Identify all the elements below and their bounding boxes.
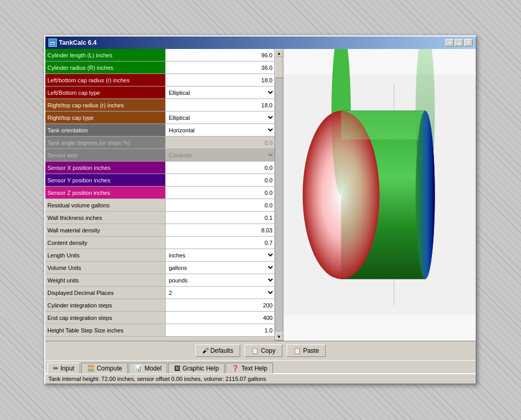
param-row-8: Sensor axisContentsXYZ [45, 149, 275, 162]
param-row-20: Cylinder integration steps [45, 299, 275, 312]
tab-model[interactable]: 📊Model [129, 363, 167, 374]
tab-input[interactable]: ✏Input [47, 363, 80, 374]
param-input-9[interactable] [165, 162, 275, 174]
title-buttons: ▾ ▴ ✕ [445, 39, 473, 46]
param-label-9: Sensor X position inches [45, 162, 165, 174]
param-row-19: Displayed Decimal Places0123456 [45, 287, 275, 299]
param-input-13[interactable] [165, 212, 275, 224]
param-label-3: Left/Bottom cap type [45, 87, 165, 98]
param-label-15: Content density [45, 237, 165, 249]
param-row-5: Right/top cap typeEllipticalHemispherica… [45, 112, 275, 124]
defaults-label: Defaults [210, 347, 233, 354]
param-input-21[interactable] [165, 312, 275, 324]
param-label-8: Sensor axis [45, 149, 165, 161]
tab-label-0: Input [60, 365, 75, 372]
tank-visualization [283, 49, 476, 341]
param-input-0[interactable] [165, 49, 275, 61]
param-select-17[interactable]: gallonsliterscubic feetcubic meters [165, 262, 275, 274]
param-input-1[interactable] [165, 61, 275, 73]
tab-label-2: Model [144, 365, 162, 372]
param-label-11: Sensor Z position inches [45, 187, 165, 199]
param-input-12[interactable] [165, 199, 275, 211]
scroll-thumb[interactable] [275, 57, 283, 78]
tab-text-help[interactable]: ❓Text Help [226, 363, 273, 374]
param-label-6: Tank orientation [45, 124, 165, 136]
param-select-18[interactable]: poundskilogramstons [165, 274, 275, 286]
tab-icon-4: ❓ [231, 365, 239, 372]
title-bar-left: 🗃 TankCalc 6.4 [48, 39, 96, 47]
param-row-6: Tank orientationHorizontalVertical [45, 124, 275, 137]
param-input-4[interactable] [165, 99, 275, 111]
param-label-10: Sensor Y position inches [45, 174, 165, 186]
param-row-7: Tank angle degrees (or slope %) [45, 137, 275, 149]
param-row-18: Weight unitspoundskilogramstons [45, 274, 275, 287]
param-input-2[interactable] [165, 74, 275, 86]
defaults-button[interactable]: 🖌 Defaults [195, 344, 240, 357]
status-bar: Tank internal height: 72.00 inches, sens… [45, 373, 476, 384]
scroll-down-button[interactable]: ▼ [275, 332, 283, 341]
tab-graphic-help[interactable]: 🖼Graphic Help [168, 363, 225, 374]
param-label-21: End cap integration steps [45, 312, 165, 324]
param-select-3[interactable]: EllipticalHemisphericalFlatConical [165, 87, 275, 98]
tab-icon-1: 🧮 [87, 365, 95, 372]
param-row-13: Wall thickness inches [45, 212, 275, 224]
app-icon: 🗃 [48, 39, 57, 47]
param-label-7: Tank angle degrees (or slope %) [45, 137, 165, 149]
param-row-0: Cylinder length (L) inches [45, 49, 275, 61]
tabs-row: ✏Input🧮Compute📊Model🖼Graphic Help❓Text H… [45, 360, 476, 373]
param-input-11[interactable] [165, 187, 275, 199]
param-label-16: Length Units [45, 249, 165, 261]
tab-icon-2: 📊 [134, 365, 142, 372]
param-input-10[interactable] [165, 174, 275, 186]
minimize-button[interactable]: ▾ [445, 39, 454, 46]
param-label-1: Cylinder radius (R) inches [45, 61, 165, 73]
param-row-16: Length Unitsinchesfeetmeterscm [45, 249, 275, 262]
tab-label-1: Compute [97, 365, 122, 372]
param-label-14: Wall material density [45, 224, 165, 236]
param-label-2: Left/bottom cap radius (r) inches [45, 74, 165, 86]
param-label-4: Right/top cap radius (r) inches [45, 99, 165, 111]
param-row-21: End cap integration steps [45, 312, 275, 324]
param-row-11: Sensor Z position inches [45, 187, 275, 199]
param-input-14[interactable] [165, 224, 275, 236]
tab-label-4: Text Help [241, 365, 267, 372]
param-input-7 [165, 137, 275, 149]
param-label-0: Cylinder length (L) inches [45, 49, 165, 61]
window-title: TankCalc 6.4 [59, 39, 96, 46]
tab-label-3: Graphic Help [182, 365, 219, 372]
param-select-16[interactable]: inchesfeetmeterscm [165, 249, 275, 261]
tab-icon-0: ✏ [53, 365, 58, 372]
status-text: Tank internal height: 72.00 inches, sens… [48, 376, 266, 382]
param-select-19[interactable]: 0123456 [165, 287, 275, 299]
paste-label: Paste [303, 347, 319, 354]
param-input-15[interactable] [165, 237, 275, 249]
close-button[interactable]: ✕ [464, 39, 473, 46]
tab-compute[interactable]: 🧮Compute [81, 363, 128, 374]
params-panel: Cylinder length (L) inchesCylinder radiu… [45, 49, 275, 341]
param-row-4: Right/top cap radius (r) inches [45, 99, 275, 112]
main-window: 🗃 TankCalc 6.4 ▾ ▴ ✕ Cylinder length (L)… [44, 35, 477, 385]
param-row-2: Left/bottom cap radius (r) inches [45, 74, 275, 87]
title-bar: 🗃 TankCalc 6.4 ▾ ▴ ✕ [45, 36, 476, 49]
param-row-17: Volume Unitsgallonsliterscubic feetcubic… [45, 262, 275, 274]
paste-button[interactable]: 📋 Paste [287, 344, 326, 357]
param-select-5[interactable]: EllipticalHemisphericalFlatConical [165, 112, 275, 123]
param-label-13: Wall thickness inches [45, 212, 165, 224]
param-select-6[interactable]: HorizontalVertical [165, 124, 275, 136]
maximize-button[interactable]: ▴ [455, 39, 463, 46]
param-row-12: Residual volume gallons [45, 199, 275, 212]
copy-button[interactable]: 📋 Copy [244, 344, 282, 357]
param-input-22[interactable] [165, 324, 275, 336]
param-input-20[interactable] [165, 299, 275, 311]
param-row-3: Left/Bottom cap typeEllipticalHemispheri… [45, 87, 275, 99]
param-label-12: Residual volume gallons [45, 199, 165, 211]
scrollbar[interactable]: ▲ ▼ [275, 49, 283, 341]
scroll-up-button[interactable]: ▲ [275, 49, 283, 57]
params-scroll[interactable]: Cylinder length (L) inchesCylinder radiu… [45, 49, 275, 341]
bottom-toolbar: 🖌 Defaults 📋 Copy 📋 Paste [45, 341, 476, 360]
scroll-track[interactable] [275, 57, 283, 332]
param-row-14: Wall material density [45, 224, 275, 237]
param-row-10: Sensor Y position inches [45, 174, 275, 187]
param-select-8[interactable]: ContentsXYZ [165, 149, 275, 161]
content-area: Cylinder length (L) inchesCylinder radiu… [45, 49, 476, 341]
